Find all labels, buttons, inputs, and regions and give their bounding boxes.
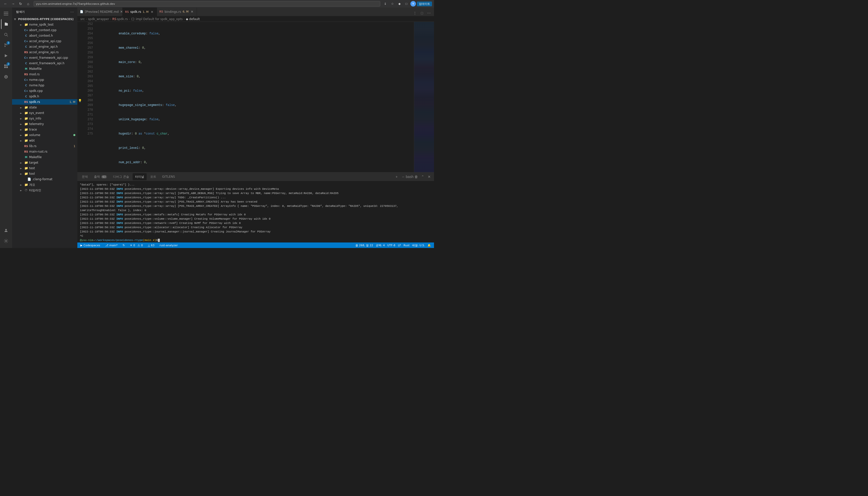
terminal-tab-gitlens[interactable]: GITLENS (160, 173, 178, 180)
close-terminal-button[interactable]: ✕ (426, 174, 432, 180)
sidebar-item-target[interactable]: ► 📁 target (12, 160, 77, 166)
maximize-terminal-button[interactable]: ⌃ (420, 174, 425, 180)
status-branch[interactable]: ⎇ main* (104, 243, 119, 248)
terminal-content[interactable]: "data3"], spares: ["spare1"] }... [2022-… (77, 181, 434, 243)
status-warnings-count[interactable]: △ 63 (147, 243, 155, 248)
sidebar-item-wbt[interactable]: ► 📁 wbt (12, 138, 77, 143)
sidebar-item-nvme-cpp[interactable]: ▶ C+ nvme.cpp (12, 77, 77, 82)
settings-icon[interactable] (1, 236, 11, 246)
more-actions-button[interactable]: ⋯ (426, 10, 432, 16)
sidebar-item-clang-format[interactable]: ▶ 📄 .clang-format (12, 176, 77, 182)
explorer-icon[interactable] (1, 19, 11, 29)
remote-icon[interactable] (1, 72, 11, 82)
lightbulb-268[interactable]: 💡 (77, 98, 82, 103)
tab-spdk-rs[interactable]: RS spdk.rs 1, M ✕ (123, 7, 157, 16)
sidebar-item-spdk-rs[interactable]: ▶ RS spdk.rs 1, M (12, 99, 77, 105)
terminal-tab-output[interactable]: 출력 63 (91, 173, 109, 180)
sidebar-item-test[interactable]: ► 📁 test (12, 166, 77, 171)
search-icon[interactable] (1, 30, 11, 40)
sidebar-item-state[interactable]: ► 📁 state (12, 105, 77, 110)
extensions-icon[interactable]: 2 (1, 61, 11, 71)
sidebar-item-sys-event[interactable]: ► 📁 sys_event (12, 110, 77, 116)
tab-preview-readme[interactable]: 📄 [Preview] README.md ✕ (77, 7, 123, 16)
sidebar-item-makefile2[interactable]: ▶ M Makefile (12, 154, 77, 160)
sidebar-item-event-framework-api-h[interactable]: ▶ C event_framework_api.h (12, 61, 77, 66)
sidebar-item-spdk-h[interactable]: ▶ C spdk.h (12, 94, 77, 99)
trash-button[interactable]: 🗑 (413, 174, 419, 180)
profile-button[interactable]: Y (410, 1, 416, 6)
menu-icon[interactable] (1, 9, 11, 19)
status-right: 줄 268, 열 22 공백: 4 UTF-8 LF Rust 배열: U.S. (354, 244, 432, 247)
sidebar-item-accel-engine-api-h[interactable]: ▶ C accel_engine_api.h (12, 44, 77, 49)
breadcrumb-default[interactable]: ◆ default (186, 17, 200, 21)
split-view-icon[interactable]: □ (403, 1, 409, 6)
terminal-tab-problems[interactable]: 문제 (79, 173, 90, 180)
breadcrumb-spdk-rs[interactable]: RSspdk.rs (112, 17, 127, 21)
sidebar-item-lib-rs[interactable]: ▶ RS lib.rs 1 (12, 143, 77, 149)
update-button[interactable]: 업데이트 (417, 1, 432, 6)
code-editor[interactable]: 💡 252 253 254 255 256 257 (77, 22, 434, 172)
status-rust-analyzer[interactable]: rust-analyzer (158, 243, 179, 248)
sidebar-item-spdk-cpp[interactable]: ▶ C+ spdk.cpp (12, 88, 77, 94)
sidebar-item-overview[interactable]: ► 📁 개요 (12, 182, 77, 187)
status-sync[interactable]: ↻ (122, 243, 126, 248)
extensions-icon[interactable]: ◆ (396, 1, 402, 6)
sidebar-item-accel-engine-api-rs[interactable]: ▶ RS accel_engine_api.rs (12, 49, 77, 55)
file-badge: 1 (74, 144, 75, 148)
split-editor-button[interactable]: ⋮ (412, 10, 418, 16)
status-cursor-pos[interactable]: 줄 268, 열 22 (354, 244, 374, 247)
sidebar-item-nvme-spdk-test[interactable]: ► 📁 nvme_spdk_test (12, 22, 77, 27)
sidebar-item-makefile[interactable]: ▶ M Makefile (12, 66, 77, 72)
new-file-button[interactable]: ⋯ (70, 10, 74, 14)
status-language[interactable]: Rust (402, 244, 411, 247)
split-terminal-button[interactable]: ⎓ (400, 174, 406, 180)
status-remote[interactable]: ▶ Codespaces (79, 243, 101, 248)
sidebar-item-volume[interactable]: ► 📁 volume (12, 132, 77, 138)
breadcrumb-src[interactable]: src (80, 17, 85, 21)
bookmark-icon[interactable]: ☆ (389, 1, 395, 6)
terminal-tab-terminal[interactable]: 터미널 (133, 173, 147, 180)
source-control-icon[interactable]: 3 (1, 40, 11, 50)
sidebar-item-mod-rs[interactable]: ▶ RS mod.rs (12, 72, 77, 77)
account-icon[interactable] (1, 226, 11, 235)
back-button[interactable]: ← (2, 1, 9, 6)
sidebar-item-nvme-hpp[interactable]: ▶ C nvme.hpp (12, 82, 77, 88)
terminal-line: [2022-11-19T00:50:33Z INFO poseidonos_rt… (80, 200, 431, 204)
toggle-panel-button[interactable]: □ (419, 10, 425, 16)
terminal-tab-ports[interactable]: 포트 (148, 173, 159, 180)
tab-bindings-rs[interactable]: RS bindings.rs 6, M ✕ (157, 7, 197, 16)
sidebar-item-abort-context-h[interactable]: ▶ C abort_context.h (12, 33, 77, 38)
sidebar-item-accel-engine-api-cpp[interactable]: ▶ C+ accel_engine_api.cpp (12, 38, 77, 44)
sidebar-item-trace[interactable]: ► 📁 trace (12, 127, 77, 132)
address-bar[interactable]: yyu-nim-animated-engine-7xj75wrg44xcxwvx… (34, 1, 380, 6)
status-errors[interactable]: ✕ 0 ⚠ 0 (129, 243, 144, 248)
tab-close[interactable]: ✕ (150, 10, 154, 14)
file-name: wbt (29, 139, 77, 142)
code-content[interactable]: enable_coredump: false, mem_channel: 0, … (95, 22, 414, 172)
status-line-ending[interactable]: LF (397, 244, 402, 247)
status-layout[interactable]: 배열: U.S. (411, 244, 426, 247)
sidebar-item-event-framework-api-cpp[interactable]: ▶ C+ event_framework_api.cpp (12, 55, 77, 61)
status-spaces[interactable]: 공백: 4 (375, 244, 386, 247)
tab-close[interactable]: ✕ (190, 10, 194, 14)
refresh-button[interactable]: ↻ (17, 1, 24, 6)
sidebar-item-tool[interactable]: ► 📁 tool (12, 171, 77, 176)
terminal-menu-button[interactable]: bash (407, 174, 412, 180)
forward-button[interactable]: → (10, 1, 17, 6)
minimap[interactable] (414, 22, 434, 172)
sidebar-item-telemetry[interactable]: ► 📁 telemetry (12, 121, 77, 127)
status-notifications[interactable]: 🔔 (426, 244, 432, 247)
breadcrumb-impl[interactable]: {} impl Default for spdk_app_opts (131, 17, 183, 21)
terminal-tab-debug-console[interactable]: 디버그 콘솔 (110, 173, 132, 180)
status-encoding[interactable]: UTF-8 (386, 244, 396, 247)
sidebar-item-sys-info[interactable]: ► 📁 sys_info (12, 116, 77, 121)
sidebar-item-main-rust-rs[interactable]: ▶ RS main-rust.rs (12, 149, 77, 154)
sidebar-item-timeline[interactable]: ► ⏱ 타임라인 (12, 187, 77, 193)
sidebar-item-abort-context-cpp[interactable]: ▶ C+ abort_context.cpp (12, 27, 77, 33)
breadcrumb-spdk-wrapper[interactable]: spdk_wrapper (88, 17, 109, 21)
home-button[interactable]: ⌂ (25, 1, 32, 6)
add-terminal-button[interactable]: + (394, 174, 399, 180)
download-icon[interactable]: ⇓ (382, 1, 388, 6)
tree-root[interactable]: ▼ POSEIDONOS-RTYPE [CODESPACES] (12, 16, 77, 22)
run-debug-icon[interactable] (1, 51, 11, 61)
